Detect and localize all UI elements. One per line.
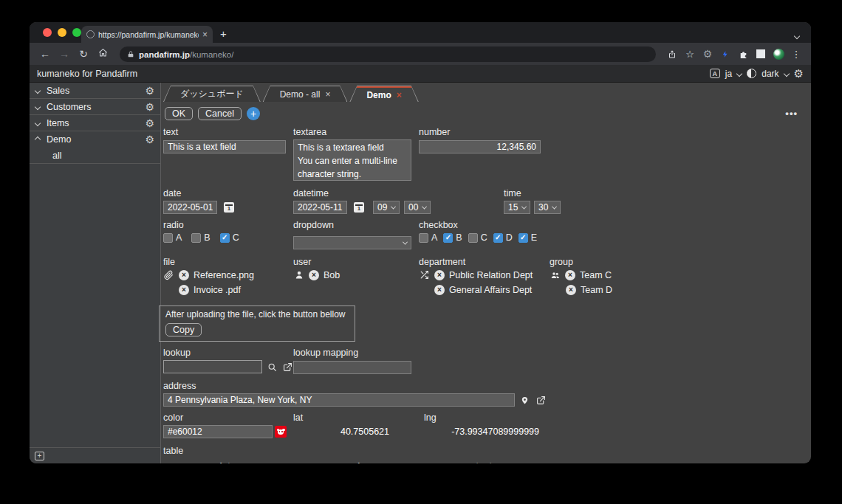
sidebar-item-customers[interactable]: Customers ⚙ [30,99,160,115]
date-input[interactable] [163,201,217,214]
chevron-down-icon [35,87,41,93]
user-icon[interactable] [293,270,304,280]
number-input[interactable] [419,140,541,153]
address-input[interactable] [163,393,515,407]
settings-gear-icon[interactable]: ⚙ [794,68,804,79]
window-controls [43,28,81,37]
zoom-window-button[interactable] [72,28,81,37]
tab-dashboard[interactable]: ダッシュボード [163,86,261,102]
time-hour-select[interactable]: 15 [504,201,530,214]
app-tab-bar: ダッシュボード Demo - all × Demo × [163,84,804,102]
theme-chevron-icon[interactable] [783,70,789,76]
group-name: Team C [580,270,612,280]
group-icon[interactable] [550,271,561,280]
radio-option-b[interactable]: ✓ B [191,232,210,243]
tab-close-icon[interactable]: × [202,30,208,40]
close-window-button[interactable] [43,28,52,37]
radio-option-c[interactable]: ✓ C [220,232,239,243]
remove-user-icon[interactable]: × [309,270,319,280]
side-panel-icon[interactable] [753,46,768,61]
language-select[interactable]: ja [725,69,732,79]
color-swatch-panda-icon[interactable] [275,426,287,438]
sidebar-item-sales[interactable]: Sales ⚙ [30,83,160,99]
calendar-icon[interactable] [354,202,364,213]
checkbox-option-d[interactable]: ✓ D [493,232,513,243]
demo-gear-icon[interactable]: ⚙ [145,134,154,145]
sidebar-item-items[interactable]: Items ⚙ [30,115,160,131]
department-icon[interactable] [419,270,430,280]
more-options-icon[interactable]: ••• [785,108,798,119]
add-app-icon[interactable]: + [35,452,44,460]
browser-tab[interactable]: https://pandafirm.jp/kumaneko × [81,26,213,43]
copy-button[interactable]: Copy [165,323,202,336]
open-lookup-external-icon[interactable] [281,361,293,373]
back-icon[interactable]: ← [37,48,53,60]
url-bar[interactable]: pandafirm.jp/kumaneko/ [120,46,656,62]
browser-menu-icon[interactable]: ⋮ [789,46,804,61]
dropdown-select[interactable] [293,236,411,249]
new-tab-button[interactable]: + [220,27,227,40]
tab-demo-all[interactable]: Demo - all × [263,86,348,102]
items-gear-icon[interactable]: ⚙ [145,118,154,128]
sidebar-item-demo[interactable]: Demo ⚙ [30,131,160,148]
datetime-hour-select[interactable]: 09 [373,201,400,214]
datetime-minute-select[interactable]: 00 [404,201,431,214]
department-field-label: department [419,257,550,267]
remove-department-icon[interactable]: × [434,270,445,280]
ok-button[interactable]: OK [165,107,193,120]
language-chevron-icon[interactable] [736,70,742,76]
bookmark-star-icon[interactable]: ☆ [682,46,697,61]
checkbox-option-b[interactable]: ✓ B [443,232,462,243]
checkbox-option-c[interactable]: ✓ C [468,232,487,243]
close-tab-icon[interactable]: × [325,89,330,100]
sales-gear-icon[interactable]: ⚙ [145,86,154,96]
upload-note-box: After uploading the file, click the butt… [159,305,355,342]
app-title: kumaneko for Pandafirm [37,69,137,79]
time-field-label: time [504,188,561,199]
color-input[interactable] [163,425,273,438]
tab-search-chevron-icon[interactable] [795,28,799,41]
extension-bolt-icon[interactable] [718,46,733,61]
datetime-date-input[interactable] [293,201,347,214]
textarea-input[interactable]: This is a textarea field You can enter a… [293,139,411,181]
chevron-down-icon [35,120,41,125]
home-icon[interactable] [95,48,111,60]
calendar-icon[interactable] [224,202,234,213]
profile-avatar[interactable] [771,46,786,61]
remove-file-icon[interactable]: × [179,285,189,295]
remove-group-icon[interactable]: × [565,270,575,280]
checkbox-option-a[interactable]: ✓ A [419,232,437,243]
department-name: Public Relation Dept [449,270,533,280]
open-map-external-icon[interactable] [535,394,547,407]
close-tab-icon[interactable]: × [397,90,402,100]
paperclip-icon[interactable] [163,270,174,280]
share-icon[interactable] [665,46,680,61]
map-pin-icon[interactable] [518,394,531,407]
customers-gear-icon[interactable]: ⚙ [145,102,154,112]
main-content: ダッシュボード Demo - all × Demo × OK Cancel + … [161,83,811,463]
remove-department-icon[interactable]: × [434,285,445,295]
radio-option-a[interactable]: ✓ A [163,232,182,243]
tab-demo[interactable]: Demo × [349,86,418,102]
text-input[interactable] [163,140,286,153]
add-record-button[interactable]: + [247,107,260,120]
checkbox-option-e[interactable]: ✓ E [518,232,537,243]
date-field-label: date [163,188,293,199]
browser-tab-strip: https://pandafirm.jp/kumaneko × + [30,22,811,43]
translate-icon: A [710,69,720,78]
extensions-puzzle-icon[interactable] [736,46,750,61]
remove-group-icon[interactable]: × [566,285,576,295]
app-header: kumaneko for Pandafirm A ja dark ⚙ [30,65,811,83]
time-minute-select[interactable]: 30 [534,201,561,214]
search-icon[interactable] [266,361,278,373]
lookup-input[interactable] [163,360,262,373]
theme-select[interactable]: dark [761,69,778,79]
extension-gear-icon[interactable]: ⚙ [700,46,715,61]
reload-icon[interactable]: ↻ [75,48,92,60]
minimize-window-button[interactable] [58,28,66,37]
forward-icon[interactable]: → [56,48,72,60]
cancel-button[interactable]: Cancel [198,107,242,120]
sidebar-item-demo-all[interactable]: all [30,148,160,164]
lookup-mapping-input[interactable] [293,361,411,374]
remove-file-icon[interactable]: × [179,270,189,280]
